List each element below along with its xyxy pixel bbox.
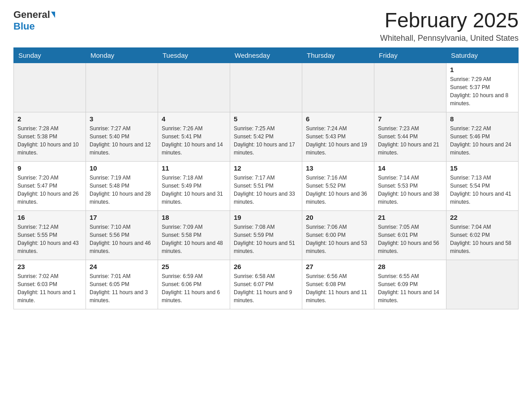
sunset-text: Sunset: 5:53 PM bbox=[378, 182, 442, 190]
daylight-text: Daylight: 10 hours and 38 minutes. bbox=[378, 190, 442, 206]
daylight-text: Daylight: 10 hours and 41 minutes. bbox=[450, 190, 515, 206]
calendar-cell: 13Sunrise: 7:16 AMSunset: 5:52 PMDayligh… bbox=[302, 161, 374, 210]
sunrise-text: Sunrise: 7:28 AM bbox=[17, 124, 82, 133]
sunrise-text: Sunrise: 6:56 AM bbox=[306, 272, 370, 280]
sunrise-text: Sunrise: 7:19 AM bbox=[90, 174, 154, 182]
day-of-week-header: Thursday bbox=[302, 47, 374, 63]
logo-blue-text: Blue bbox=[13, 21, 35, 32]
daylight-text: Daylight: 10 hours and 26 minutes. bbox=[17, 190, 82, 206]
daylight-text: Daylight: 11 hours and 6 minutes. bbox=[162, 288, 226, 304]
daylight-text: Daylight: 10 hours and 36 minutes. bbox=[306, 190, 370, 206]
day-number: 18 bbox=[162, 214, 226, 221]
day-number: 21 bbox=[378, 214, 442, 221]
day-number: 6 bbox=[306, 115, 370, 123]
calendar-cell: 9Sunrise: 7:20 AMSunset: 5:47 PMDaylight… bbox=[14, 161, 86, 210]
day-number: 28 bbox=[378, 263, 442, 270]
day-number: 8 bbox=[450, 115, 515, 123]
calendar-cell: 1Sunrise: 7:29 AMSunset: 5:37 PMDaylight… bbox=[446, 63, 519, 112]
day-info: Sunrise: 7:13 AMSunset: 5:54 PMDaylight:… bbox=[450, 174, 515, 206]
day-info: Sunrise: 7:28 AMSunset: 5:38 PMDaylight:… bbox=[17, 124, 82, 157]
location-title: Whitehall, Pennsylvania, United States bbox=[380, 34, 519, 43]
day-info: Sunrise: 7:18 AMSunset: 5:49 PMDaylight:… bbox=[162, 174, 226, 206]
calendar-cell: 22Sunrise: 7:04 AMSunset: 6:02 PMDayligh… bbox=[446, 210, 519, 260]
calendar-cell bbox=[374, 63, 446, 112]
daylight-text: Daylight: 11 hours and 11 minutes. bbox=[306, 288, 370, 304]
calendar-cell: 19Sunrise: 7:08 AMSunset: 5:59 PMDayligh… bbox=[230, 210, 302, 260]
calendar-cell: 10Sunrise: 7:19 AMSunset: 5:48 PMDayligh… bbox=[86, 161, 158, 210]
calendar-cell: 17Sunrise: 7:10 AMSunset: 5:56 PMDayligh… bbox=[86, 210, 158, 260]
day-number: 22 bbox=[450, 214, 515, 221]
day-info: Sunrise: 7:08 AMSunset: 5:59 PMDaylight:… bbox=[234, 223, 298, 255]
day-number: 4 bbox=[162, 115, 226, 123]
sunrise-text: Sunrise: 6:58 AM bbox=[234, 272, 298, 280]
day-info: Sunrise: 6:59 AMSunset: 6:06 PMDaylight:… bbox=[162, 272, 226, 304]
sunrise-text: Sunrise: 7:23 AM bbox=[378, 124, 442, 133]
day-info: Sunrise: 7:27 AMSunset: 5:40 PMDaylight:… bbox=[90, 124, 154, 157]
sunrise-text: Sunrise: 7:09 AM bbox=[162, 223, 226, 231]
sunset-text: Sunset: 5:40 PM bbox=[90, 133, 154, 141]
sunset-text: Sunset: 6:02 PM bbox=[450, 231, 515, 239]
day-info: Sunrise: 7:09 AMSunset: 5:58 PMDaylight:… bbox=[162, 223, 226, 255]
day-number: 14 bbox=[378, 164, 442, 172]
day-of-week-header: Sunday bbox=[14, 47, 86, 63]
calendar-cell: 15Sunrise: 7:13 AMSunset: 5:54 PMDayligh… bbox=[446, 161, 519, 210]
sunset-text: Sunset: 5:58 PM bbox=[162, 231, 226, 239]
sunset-text: Sunset: 6:08 PM bbox=[306, 280, 370, 288]
day-info: Sunrise: 7:01 AMSunset: 6:05 PMDaylight:… bbox=[90, 272, 154, 304]
sunrise-text: Sunrise: 7:12 AM bbox=[17, 223, 82, 231]
daylight-text: Daylight: 10 hours and 51 minutes. bbox=[234, 239, 298, 255]
sunrise-text: Sunrise: 7:25 AM bbox=[234, 124, 298, 133]
calendar-cell: 11Sunrise: 7:18 AMSunset: 5:49 PMDayligh… bbox=[158, 161, 230, 210]
sunset-text: Sunset: 5:43 PM bbox=[306, 133, 370, 141]
sunset-text: Sunset: 6:07 PM bbox=[234, 280, 298, 288]
sunset-text: Sunset: 5:47 PM bbox=[17, 182, 82, 190]
day-info: Sunrise: 7:29 AMSunset: 5:37 PMDaylight:… bbox=[450, 75, 515, 107]
calendar-cell: 20Sunrise: 7:06 AMSunset: 6:00 PMDayligh… bbox=[302, 210, 374, 260]
day-info: Sunrise: 7:06 AMSunset: 6:00 PMDaylight:… bbox=[306, 223, 370, 255]
sunset-text: Sunset: 5:59 PM bbox=[234, 231, 298, 239]
daylight-text: Daylight: 10 hours and 31 minutes. bbox=[162, 190, 226, 206]
day-number: 27 bbox=[306, 263, 370, 270]
month-title: February 2025 bbox=[380, 9, 519, 32]
daylight-text: Daylight: 10 hours and 8 minutes. bbox=[450, 91, 515, 107]
calendar-cell: 3Sunrise: 7:27 AMSunset: 5:40 PMDaylight… bbox=[86, 112, 158, 161]
calendar-week-row: 16Sunrise: 7:12 AMSunset: 5:55 PMDayligh… bbox=[14, 210, 519, 260]
daylight-text: Daylight: 10 hours and 33 minutes. bbox=[234, 190, 298, 206]
day-number: 23 bbox=[17, 263, 82, 270]
day-info: Sunrise: 7:25 AMSunset: 5:42 PMDaylight:… bbox=[234, 124, 298, 157]
day-info: Sunrise: 7:02 AMSunset: 6:03 PMDaylight:… bbox=[17, 272, 82, 304]
day-info: Sunrise: 7:17 AMSunset: 5:51 PMDaylight:… bbox=[234, 174, 298, 206]
calendar-cell: 7Sunrise: 7:23 AMSunset: 5:44 PMDaylight… bbox=[374, 112, 446, 161]
page-header: General Blue February 2025 Whitehall, Pe… bbox=[13, 9, 519, 43]
daylight-text: Daylight: 10 hours and 53 minutes. bbox=[306, 239, 370, 255]
day-info: Sunrise: 7:12 AMSunset: 5:55 PMDaylight:… bbox=[17, 223, 82, 255]
sunrise-text: Sunrise: 7:29 AM bbox=[450, 75, 515, 83]
day-number: 1 bbox=[450, 66, 515, 73]
day-of-week-header: Wednesday bbox=[230, 47, 302, 63]
calendar-body: 1Sunrise: 7:29 AMSunset: 5:37 PMDaylight… bbox=[14, 63, 519, 309]
sunset-text: Sunset: 6:05 PM bbox=[90, 280, 154, 288]
calendar-cell: 5Sunrise: 7:25 AMSunset: 5:42 PMDaylight… bbox=[230, 112, 302, 161]
sunrise-text: Sunrise: 7:24 AM bbox=[306, 124, 370, 133]
sunrise-text: Sunrise: 6:55 AM bbox=[378, 272, 442, 280]
day-number: 24 bbox=[90, 263, 154, 270]
sunrise-text: Sunrise: 7:27 AM bbox=[90, 124, 154, 133]
day-info: Sunrise: 6:56 AMSunset: 6:08 PMDaylight:… bbox=[306, 272, 370, 304]
logo-general-text: General bbox=[13, 9, 50, 21]
day-number: 9 bbox=[17, 164, 82, 172]
calendar-cell: 18Sunrise: 7:09 AMSunset: 5:58 PMDayligh… bbox=[158, 210, 230, 260]
day-info: Sunrise: 6:58 AMSunset: 6:07 PMDaylight:… bbox=[234, 272, 298, 304]
sunset-text: Sunset: 6:09 PM bbox=[378, 280, 442, 288]
calendar-cell: 27Sunrise: 6:56 AMSunset: 6:08 PMDayligh… bbox=[302, 260, 374, 309]
day-number: 17 bbox=[90, 214, 154, 221]
sunset-text: Sunset: 5:46 PM bbox=[450, 133, 515, 141]
daylight-text: Daylight: 10 hours and 56 minutes. bbox=[378, 239, 442, 255]
logo: General Blue bbox=[13, 9, 55, 32]
daylight-text: Daylight: 10 hours and 48 minutes. bbox=[162, 239, 226, 255]
daylight-text: Daylight: 10 hours and 24 minutes. bbox=[450, 141, 515, 157]
day-info: Sunrise: 7:22 AMSunset: 5:46 PMDaylight:… bbox=[450, 124, 515, 157]
calendar-cell: 6Sunrise: 7:24 AMSunset: 5:43 PMDaylight… bbox=[302, 112, 374, 161]
sunset-text: Sunset: 5:49 PM bbox=[162, 182, 226, 190]
logo-triangle-icon bbox=[51, 12, 55, 18]
day-of-week-header: Friday bbox=[374, 47, 446, 63]
